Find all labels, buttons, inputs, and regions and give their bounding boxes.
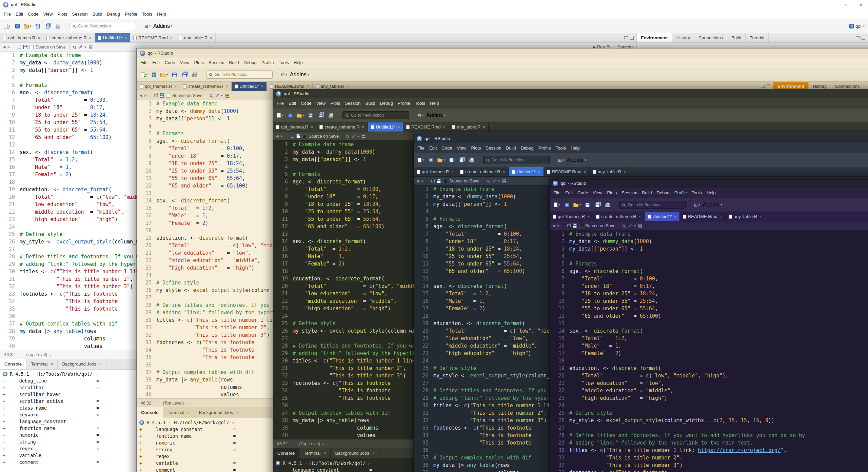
pane-layout-button[interactable]: ⊞▾ [143, 21, 152, 31]
editor-tab-qol-themes-r[interactable]: qol_themes.R× [137, 82, 180, 91]
menu-item-code[interactable]: Code [575, 188, 590, 198]
save-all-button[interactable] [316, 111, 325, 120]
new-file-button[interactable]: ▾ [552, 200, 561, 210]
editor-tab-untitled1-[interactable]: Untitled1*× [95, 33, 130, 42]
back-arrow-icon[interactable]: ◀ [139, 93, 142, 98]
code-tools-button[interactable]: ▾ [627, 221, 636, 231]
tab-close-icon[interactable]: × [372, 451, 375, 456]
pane-maximize-button[interactable] [862, 36, 865, 40]
new-file-button[interactable]: ▾ [139, 70, 148, 79]
tab-close-icon[interactable]: × [639, 214, 641, 219]
tab-close-icon[interactable]: × [124, 36, 127, 40]
console-tab-background-jobs[interactable]: Background Jobs× [58, 359, 106, 369]
editor-tab-readme-rmd[interactable]: README.Rmd× [544, 167, 590, 176]
menu-item-view[interactable]: View [177, 58, 192, 68]
right-tab-history[interactable]: History [672, 33, 694, 42]
menu-item-session[interactable]: Session [619, 188, 639, 198]
pane-layout-button[interactable]: ⊞▾ [557, 155, 566, 165]
menu-item-plots[interactable]: Plots [605, 188, 619, 198]
menu-item-profile[interactable]: Profile [259, 58, 276, 68]
scope-selector[interactable]: (Top Level)⌄ [26, 352, 51, 357]
popout-icon[interactable] [291, 135, 294, 138]
console-tab-background-jobs[interactable]: Background Jobs× [331, 448, 379, 458]
menu-item-build[interactable]: Build [90, 9, 105, 19]
menu-item-code[interactable]: Code [298, 98, 314, 109]
pane-maximize-button[interactable] [630, 36, 634, 40]
menu-item-debug[interactable]: Debug [654, 188, 672, 198]
addins-menu[interactable]: Addins▾ [426, 111, 445, 120]
new-file-button[interactable]: ▾ [276, 111, 284, 120]
menu-item-session[interactable]: Session [70, 9, 90, 19]
open-file-button[interactable]: ▾ [296, 111, 305, 120]
save-button[interactable] [33, 21, 42, 31]
print-button[interactable] [190, 70, 199, 79]
menu-item-code[interactable]: Code [439, 143, 454, 153]
forward-arrow-icon[interactable]: ▶ [144, 93, 147, 98]
source-on-save-checkbox[interactable] [166, 94, 170, 98]
goto-file-input[interactable] [627, 202, 678, 208]
editor-tab-create-rstheme-r[interactable]: create_rstheme.R× [180, 82, 231, 91]
menu-item-profile[interactable]: Profile [395, 98, 413, 109]
menu-item-help[interactable]: Help [568, 143, 582, 153]
back-arrow-icon[interactable]: ◀ [3, 45, 5, 49]
goto-file-input[interactable] [491, 157, 542, 163]
back-arrow-icon[interactable]: ◀ [276, 134, 278, 138]
document-outline-icon[interactable]: ▤ [638, 223, 642, 228]
print-button[interactable] [467, 155, 476, 165]
tab-close-icon[interactable]: × [483, 125, 485, 130]
code-tools-button[interactable]: ▾ [214, 91, 223, 100]
editor-tab-create-rstheme-r[interactable]: create_rstheme.R× [43, 33, 95, 42]
menu-item-build[interactable]: Build [227, 58, 241, 68]
goto-file-input[interactable] [350, 113, 401, 118]
editor-tab-any-table-r[interactable]: any_table.R× [449, 122, 489, 132]
tab-close-icon[interactable]: × [503, 170, 505, 174]
tab-close-icon[interactable]: × [89, 36, 92, 40]
tab-close-icon[interactable]: × [397, 125, 400, 130]
source-on-save-checkbox[interactable] [302, 134, 307, 138]
menu-item-build[interactable]: Build [504, 143, 518, 153]
editor-tab-create-rstheme-r[interactable]: create_rstheme.R× [457, 167, 508, 176]
popout-icon[interactable] [154, 94, 158, 97]
document-outline-icon[interactable]: ▤ [361, 134, 366, 139]
new-project-button[interactable] [13, 21, 22, 31]
tab-close-icon[interactable]: × [720, 214, 722, 219]
addins-menu[interactable]: Addins▾ [290, 70, 309, 79]
tab-close-icon[interactable]: × [347, 84, 349, 89]
addins-menu[interactable]: Addins▾ [703, 200, 722, 210]
editor-tab-qol-themes-r[interactable]: qol_themes.R× [0, 33, 43, 42]
tab-close-icon[interactable]: × [38, 36, 40, 40]
menu-item-plots[interactable]: Plots [328, 98, 342, 109]
menu-item-file[interactable]: File [551, 188, 563, 198]
console-tab-terminal[interactable]: Terminal× [299, 448, 331, 458]
menu-item-tools[interactable]: Tools [689, 188, 704, 198]
pane-minimize-button[interactable] [624, 36, 628, 39]
addins-menu[interactable]: Addins▾ [567, 155, 586, 165]
menu-item-edit[interactable]: Edit [286, 98, 298, 109]
new-project-button[interactable] [286, 111, 295, 120]
print-button[interactable] [327, 111, 335, 120]
save-icon[interactable] [573, 223, 577, 228]
tab-close-icon[interactable]: × [51, 362, 53, 367]
new-file-button[interactable]: ▾ [3, 21, 12, 31]
menu-item-help[interactable]: Help [428, 98, 441, 109]
find-icon[interactable] [210, 94, 212, 97]
save-icon[interactable] [160, 93, 164, 98]
editor-tab-readme-rmd[interactable]: README.Rmd× [403, 122, 449, 132]
tab-close-icon[interactable]: × [307, 84, 309, 89]
save-all-button[interactable] [180, 70, 189, 79]
pane-layout-button[interactable]: ⊞▾ [416, 111, 425, 120]
find-icon[interactable] [346, 135, 349, 138]
scope-selector[interactable]: (Top Level)⌄ [299, 441, 324, 446]
project-selector[interactable]: qol▾ [849, 24, 865, 29]
editor-tab-readme-rmd[interactable]: README.Rmd× [130, 33, 176, 42]
editor-tab-readme-rmd[interactable]: README.Rmd× [680, 212, 726, 221]
open-file-button[interactable]: ▾ [160, 70, 169, 79]
goto-file-input[interactable] [77, 23, 128, 29]
tab-close-icon[interactable]: × [311, 125, 313, 130]
close-button[interactable]: ✕ [854, 0, 868, 9]
addins-menu[interactable]: Addins▾ [153, 21, 172, 31]
editor-tab-qol-themes-r[interactable]: qol_themes.R× [414, 167, 457, 176]
new-file-button[interactable]: ▾ [416, 155, 425, 165]
document-outline-icon[interactable]: ▤ [88, 44, 93, 50]
right-tab-connections[interactable]: Connections [694, 33, 727, 42]
